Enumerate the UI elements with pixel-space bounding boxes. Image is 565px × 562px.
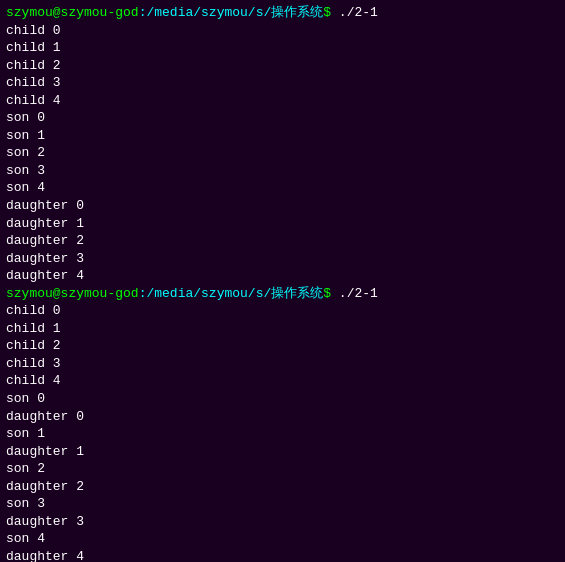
- terminal-line: daughter 1: [6, 443, 559, 461]
- terminal-line: daughter 3: [6, 513, 559, 531]
- prompt-user: szymou@szymou-god: [6, 5, 139, 20]
- prompt-command: ./2-1: [331, 5, 378, 20]
- terminal-line: child 0: [6, 22, 559, 40]
- terminal: szymou@szymou-god:/media/szymou/s/操作系统$ …: [0, 0, 565, 562]
- prompt-path: :/media/szymou/s/操作系统: [139, 286, 324, 301]
- terminal-line: child 2: [6, 337, 559, 355]
- prompt-path: :/media/szymou/s/操作系统: [139, 5, 324, 20]
- prompt-dollar: $: [323, 5, 331, 20]
- terminal-line: daughter 3: [6, 250, 559, 268]
- terminal-line: daughter 2: [6, 478, 559, 496]
- terminal-line: son 4: [6, 179, 559, 197]
- terminal-line: daughter 2: [6, 232, 559, 250]
- terminal-line: child 0: [6, 302, 559, 320]
- terminal-line: child 1: [6, 320, 559, 338]
- terminal-line: daughter 4: [6, 548, 559, 562]
- terminal-line: child 2: [6, 57, 559, 75]
- terminal-line: szymou@szymou-god:/media/szymou/s/操作系统$ …: [6, 4, 559, 22]
- terminal-line: daughter 0: [6, 197, 559, 215]
- prompt-dollar: $: [323, 286, 331, 301]
- terminal-line: son 1: [6, 425, 559, 443]
- terminal-line: son 0: [6, 390, 559, 408]
- terminal-line: child 1: [6, 39, 559, 57]
- terminal-line: son 0: [6, 109, 559, 127]
- terminal-line: daughter 0: [6, 408, 559, 426]
- terminal-line: child 4: [6, 372, 559, 390]
- terminal-line: son 3: [6, 162, 559, 180]
- terminal-line: daughter 1: [6, 215, 559, 233]
- terminal-line: child 4: [6, 92, 559, 110]
- terminal-line: son 2: [6, 144, 559, 162]
- terminal-line: son 3: [6, 495, 559, 513]
- prompt-user: szymou@szymou-god: [6, 286, 139, 301]
- terminal-line: son 4: [6, 530, 559, 548]
- terminal-line: son 2: [6, 460, 559, 478]
- prompt-command: ./2-1: [331, 286, 378, 301]
- terminal-line: child 3: [6, 355, 559, 373]
- terminal-line: daughter 4: [6, 267, 559, 285]
- terminal-line: szymou@szymou-god:/media/szymou/s/操作系统$ …: [6, 285, 559, 303]
- terminal-line: son 1: [6, 127, 559, 145]
- terminal-line: child 3: [6, 74, 559, 92]
